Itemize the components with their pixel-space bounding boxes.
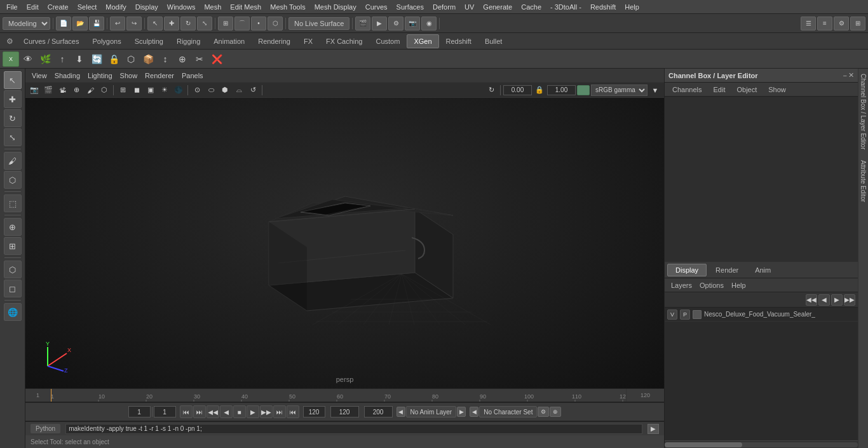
pb-play-fwd[interactable]: ▶ xyxy=(247,405,259,418)
xgen-btn-12[interactable]: ✂ xyxy=(191,51,208,67)
open-file-btn[interactable]: 📂 xyxy=(72,17,88,31)
xgen-btn-3[interactable]: 🌿 xyxy=(37,51,53,67)
vp-input-1[interactable]: 0.00 xyxy=(503,85,532,95)
tool-settings-toggle[interactable]: ⚙ xyxy=(834,17,849,31)
channel-box-toggle[interactable]: ☰ xyxy=(801,17,816,31)
select-tool[interactable]: ↖ xyxy=(4,71,22,89)
tab-rigging[interactable]: Rigging xyxy=(170,34,207,48)
menu-modify[interactable]: Modify xyxy=(102,2,130,12)
new-file-btn[interactable]: 📄 xyxy=(56,17,71,31)
frame-current-input[interactable]: 1 xyxy=(128,406,151,417)
tool-13[interactable]: ◻ xyxy=(4,280,22,297)
char-set-dropdown[interactable]: No Character Set xyxy=(479,406,537,417)
xgen-btn-9[interactable]: 📦 xyxy=(140,51,156,67)
vp-paint-btn[interactable]: 🖌 xyxy=(84,85,97,96)
anim-layer-chevron-left[interactable]: ◀ xyxy=(397,407,405,417)
menu-edit[interactable]: Edit xyxy=(23,2,43,12)
snap-point-btn[interactable]: • xyxy=(251,17,266,31)
channel-box-close[interactable]: ✕ xyxy=(848,71,854,79)
layers-h-scrollbar[interactable] xyxy=(665,440,858,448)
menu-mesh-tools[interactable]: Mesh Tools xyxy=(266,2,309,12)
tool-14[interactable]: 🌐 xyxy=(4,303,22,321)
cb-tab-show[interactable]: Show xyxy=(763,85,791,95)
camera-btn[interactable]: 📷 xyxy=(405,17,420,31)
paint-tool[interactable]: 🖌 xyxy=(4,152,22,170)
frame-start-input[interactable]: 1 xyxy=(154,406,176,417)
vp-menu-view[interactable]: View xyxy=(29,72,50,79)
vp-gamma-select[interactable]: sRGB gamma xyxy=(591,85,648,96)
cb-tab-object[interactable]: Object xyxy=(731,85,762,95)
save-file-btn[interactable]: 💾 xyxy=(89,17,104,31)
menu-cache[interactable]: Cache xyxy=(517,2,545,12)
vp-menu-renderer[interactable]: Renderer xyxy=(142,72,177,79)
menu-uv[interactable]: UV xyxy=(461,2,478,12)
menu-create[interactable]: Create xyxy=(44,2,72,12)
tab-xgen[interactable]: XGen xyxy=(407,34,438,48)
snap-surface-btn[interactable]: ⬡ xyxy=(268,17,283,31)
menu-file[interactable]: File xyxy=(3,2,22,12)
vp-menu-lighting[interactable]: Lighting xyxy=(85,72,115,79)
command-line-input[interactable] xyxy=(65,424,642,434)
xgen-btn-5[interactable]: ⬇ xyxy=(71,51,88,67)
layers-prev-btn[interactable]: ◀ xyxy=(818,294,830,306)
layer-color-swatch[interactable] xyxy=(693,310,702,319)
redo-btn[interactable]: ↪ xyxy=(126,17,142,31)
tab-animation[interactable]: Animation xyxy=(207,34,251,48)
snap-grid-btn[interactable]: ⊞ xyxy=(218,17,233,31)
attr-editor-toggle[interactable]: ≡ xyxy=(817,17,832,31)
timeline-ruler[interactable]: 1 1 10 20 30 40 50 xyxy=(25,388,664,402)
menu-3dto[interactable]: - 3DtoAll - xyxy=(546,2,585,12)
anim-layer-dropdown[interactable]: No Anim Layer xyxy=(406,406,457,417)
menu-windows[interactable]: Windows xyxy=(163,2,200,12)
vp-grid-btn[interactable]: ⊞ xyxy=(116,85,129,96)
display-tab-anim[interactable]: Anim xyxy=(747,264,778,276)
render-btn[interactable]: 🎬 xyxy=(355,17,370,31)
xgen-btn-2[interactable]: 👁 xyxy=(20,51,36,67)
pb-go-start[interactable]: ⏮ xyxy=(180,405,193,418)
pb-stop[interactable]: ■ xyxy=(233,405,246,418)
char-set-btn-extra2[interactable]: ⊕ xyxy=(550,407,561,417)
xgen-btn-1[interactable]: X xyxy=(3,51,19,67)
layers-last-btn[interactable]: ▶▶ xyxy=(844,294,855,306)
menu-select[interactable]: Select xyxy=(74,2,101,12)
vp-wire-btn[interactable]: ⬡ xyxy=(98,85,111,96)
menu-deform[interactable]: Deform xyxy=(429,2,459,12)
vp-rot-btn[interactable]: ↻ xyxy=(485,85,498,96)
live-surface-btn[interactable]: No Live Surface xyxy=(288,17,349,30)
xgen-btn-6[interactable]: 🔄 xyxy=(88,51,105,67)
menu-redshift[interactable]: Redshift xyxy=(587,2,620,12)
vp-light-btn[interactable]: ☀ xyxy=(158,85,171,96)
xgen-btn-8[interactable]: ⬡ xyxy=(123,51,139,67)
cb-tab-channels[interactable]: Channels xyxy=(667,85,707,95)
tab-custom[interactable]: Custom xyxy=(370,34,407,48)
vp-color-btn[interactable] xyxy=(577,85,590,95)
layers-menu-help[interactable]: Help xyxy=(729,280,749,290)
layer-visibility-btn[interactable]: V xyxy=(667,309,677,320)
vp-xray-btn[interactable]: ⊙ xyxy=(191,85,203,96)
tab-redshift[interactable]: Redshift xyxy=(440,34,478,48)
vp-poly-btn[interactable]: ⬢ xyxy=(219,85,231,96)
pb-play-back[interactable]: ▶ xyxy=(220,405,233,418)
char-set-btn-extra1[interactable]: ⚙ xyxy=(538,407,549,417)
tab-rendering[interactable]: Rendering xyxy=(252,34,297,48)
xgen-btn-13[interactable]: ❌ xyxy=(208,51,225,67)
vp-menu-show[interactable]: Show xyxy=(118,72,140,79)
vp-menu-shading[interactable]: Shading xyxy=(52,72,83,79)
menu-mesh-display[interactable]: Mesh Display xyxy=(311,2,360,12)
menu-curves[interactable]: Curves xyxy=(362,2,391,12)
vp-isoline-btn[interactable]: ⬭ xyxy=(205,85,217,96)
vp-lock-btn[interactable]: 🔒 xyxy=(533,85,546,96)
viewport-canvas[interactable]: persp X Y Z xyxy=(25,98,664,388)
menu-help[interactable]: Help xyxy=(621,2,643,12)
tab-polygons[interactable]: Polygons xyxy=(86,34,127,48)
undo-btn[interactable]: ↩ xyxy=(110,17,125,31)
hud-btn[interactable]: ◉ xyxy=(421,17,437,31)
select-btn[interactable]: ↖ xyxy=(147,17,163,31)
vp-refresh-btn[interactable]: ↺ xyxy=(247,85,259,96)
tool-12[interactable]: ⬡ xyxy=(4,261,22,278)
timeline-ruler-inner[interactable]: 1 10 20 30 40 50 60 70 xyxy=(51,388,626,402)
layer-playback-btn[interactable]: P xyxy=(680,309,690,320)
scale-tool[interactable]: ⤡ xyxy=(4,128,22,146)
move-btn[interactable]: ✚ xyxy=(164,17,179,31)
vp-tex-btn[interactable]: ▣ xyxy=(144,85,157,96)
